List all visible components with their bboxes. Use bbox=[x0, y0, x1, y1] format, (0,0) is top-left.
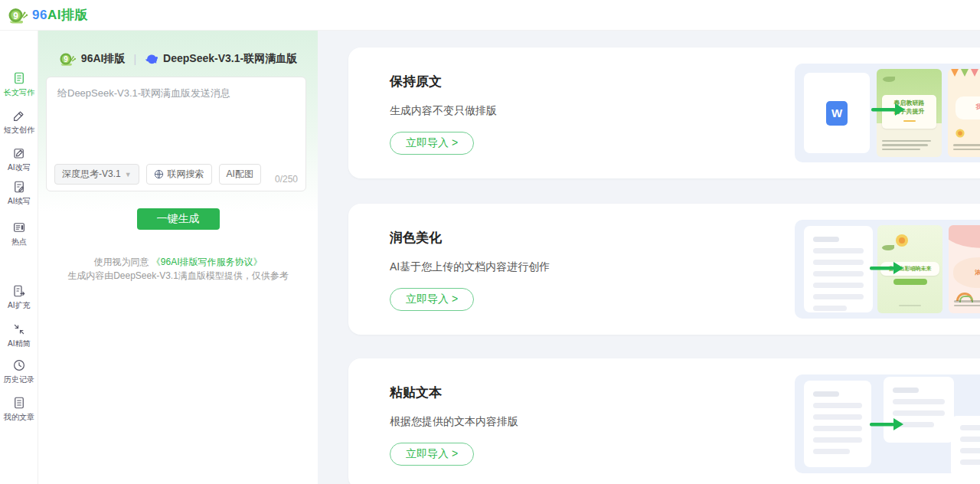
card-polish-beautify: 润色美化 AI基于您上传的文档内容进行创作 立即导入 > 音你出彩唱响未来 浓情 bbox=[348, 204, 980, 335]
my-articles-icon bbox=[12, 396, 26, 410]
generate-button[interactable]: 一键生成 bbox=[137, 208, 220, 230]
pencil-icon bbox=[12, 109, 26, 123]
poster-preview-pink: 浓情 bbox=[949, 225, 980, 313]
card-title: 保持原文 bbox=[390, 73, 442, 90]
card-title: 粘贴文本 bbox=[390, 384, 442, 401]
formatted-doc-thumbnail bbox=[951, 416, 980, 473]
word-file-icon: W bbox=[826, 101, 848, 126]
snail-logo-icon: 9 bbox=[59, 51, 76, 67]
text-doc-thumbnail bbox=[804, 381, 871, 467]
globe-icon bbox=[154, 169, 164, 179]
agreement-line: 使用视为同意 《96AI排版写作服务协议》 bbox=[38, 256, 318, 269]
app-title: 96AI排版 bbox=[32, 6, 88, 24]
card-illustration: W 春启教研路 携手共提升 bbox=[795, 64, 980, 162]
card-paste-text: 粘贴文本 根据您提供的文本内容排版 立即导入 > bbox=[348, 358, 980, 484]
composer-model-name: DeepSeek-V3.1-联网满血版 bbox=[163, 52, 297, 66]
composer-brand: 96AI排版 bbox=[81, 52, 126, 66]
import-now-button[interactable]: 立即导入 > bbox=[390, 132, 474, 155]
chevron-down-icon: ▼ bbox=[125, 171, 132, 178]
composer-controls: 深度思考-V3.1 ▼ 联网搜索 AI配图 0/250 bbox=[54, 164, 298, 185]
newspaper-icon bbox=[12, 221, 26, 234]
web-search-toggle[interactable]: 联网搜索 bbox=[146, 164, 212, 185]
shrink-icon bbox=[12, 322, 26, 336]
header-divider: | bbox=[133, 53, 136, 65]
sidebar-item-ai-continue[interactable]: AI续写 bbox=[0, 180, 38, 207]
import-now-button[interactable]: 立即导入 > bbox=[390, 443, 474, 466]
deep-think-dropdown[interactable]: 深度思考-V3.1 ▼ bbox=[54, 164, 139, 185]
continue-doc-icon bbox=[12, 180, 26, 194]
card-desc: 生成内容不变只做排版 bbox=[390, 104, 497, 118]
sidebar-item-short-text[interactable]: 短文创作 bbox=[0, 109, 38, 136]
formatted-doc-thumbnail bbox=[884, 377, 954, 443]
composer-header: 9 96AI排版 | DeepSeek-V3.1-联网满血版 bbox=[38, 51, 318, 67]
sidebar-item-ai-simplify[interactable]: AI精简 bbox=[0, 322, 38, 349]
app-logo: 9 96AI排版 bbox=[8, 6, 88, 25]
sidebar-item-hot-topics[interactable]: 热点 bbox=[0, 221, 38, 247]
card-desc: AI基于您上传的文档内容进行创作 bbox=[390, 260, 550, 274]
sidebar-item-ai-expand[interactable]: AI扩充 bbox=[0, 284, 38, 311]
service-agreement-link[interactable]: 《96AI排版写作服务协议》 bbox=[152, 257, 263, 267]
message-input[interactable] bbox=[47, 77, 305, 151]
expand-doc-icon bbox=[12, 284, 26, 298]
model-disclaimer: 生成内容由DeepSeek-V3.1满血版模型提供，仅供参考 bbox=[38, 270, 318, 283]
import-options-area: 保持原文 生成内容不变只做排版 立即导入 > W 春启教研路 携手共提升 bbox=[318, 31, 980, 484]
poster-preview-orange: 我们 bbox=[948, 69, 980, 157]
svg-text:9: 9 bbox=[64, 55, 68, 64]
char-counter: 0/250 bbox=[275, 174, 298, 185]
word-doc-thumbnail: W bbox=[804, 73, 870, 153]
import-now-button[interactable]: 立即导入 > bbox=[390, 288, 474, 311]
card-illustration bbox=[795, 374, 980, 473]
sidebar-item-my-articles[interactable]: 我的文章 bbox=[0, 396, 38, 423]
text-doc-thumbnail bbox=[804, 226, 873, 312]
svg-text:9: 9 bbox=[13, 10, 18, 21]
composer-panel: 9 96AI排版 | DeepSeek-V3.1-联网满血版 深度思考-V3.1… bbox=[38, 31, 318, 484]
transform-arrow-icon bbox=[868, 417, 905, 431]
card-keep-original: 保持原文 生成内容不变只做排版 立即导入 > W 春启教研路 携手共提升 bbox=[348, 47, 980, 178]
card-title: 润色美化 bbox=[390, 229, 442, 247]
card-desc: 根据您提供的文本内容排版 bbox=[390, 415, 518, 429]
long-text-icon bbox=[12, 71, 26, 85]
composer-box: 深度思考-V3.1 ▼ 联网搜索 AI配图 0/250 bbox=[46, 77, 306, 191]
sidebar: 长文写作 短文创作 AI改写 AI续写 热点 AI扩充 AI精简 bbox=[0, 31, 38, 484]
sidebar-item-ai-rewrite[interactable]: AI改写 bbox=[0, 146, 38, 173]
deepseek-whale-icon bbox=[145, 53, 158, 66]
top-header: 9 96AI排版 bbox=[0, 0, 980, 31]
edit-square-icon bbox=[12, 146, 26, 160]
transform-arrow-icon bbox=[870, 103, 906, 116]
card-illustration: 音你出彩唱响未来 浓情 bbox=[795, 220, 980, 319]
snail-logo-icon: 9 bbox=[8, 6, 28, 25]
history-clock-icon bbox=[12, 358, 26, 372]
sidebar-item-history[interactable]: 历史记录 bbox=[0, 358, 38, 385]
sidebar-item-long-text[interactable]: 长文写作 bbox=[0, 71, 38, 98]
ai-image-toggle[interactable]: AI配图 bbox=[219, 164, 261, 185]
transform-arrow-icon bbox=[868, 261, 905, 275]
